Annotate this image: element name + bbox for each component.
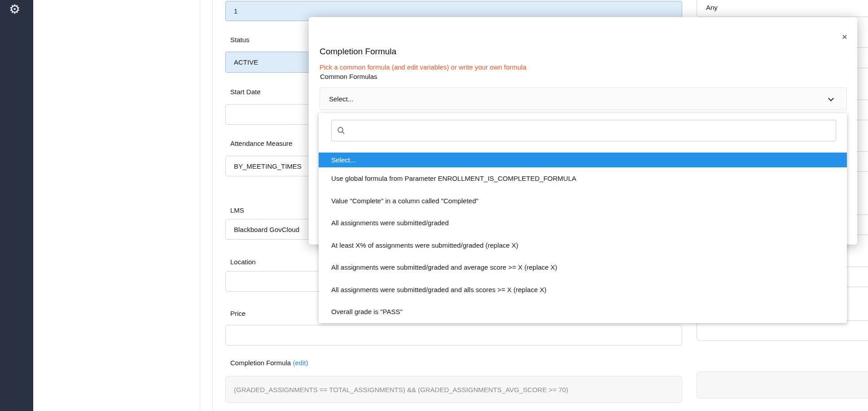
start-date-label: Start Date (230, 88, 261, 96)
attendance-measure-label: Attendance Measure (230, 140, 292, 147)
modal-subtitle: Pick a common formula (and edit variable… (320, 63, 526, 71)
formula-dropdown-panel: Select... Use global formula from Parame… (319, 113, 847, 323)
sidebar: ⚙ (0, 0, 33, 411)
gear-icon[interactable]: ⚙ (9, 2, 20, 17)
dropdown-option[interactable]: All assignments were submitted/graded (319, 212, 847, 234)
dropdown-search-input[interactable] (349, 127, 830, 135)
chevron-down-icon (828, 96, 834, 101)
any-select[interactable]: Any (697, 0, 868, 17)
dropdown-option[interactable]: All assignments were submitted/graded an… (319, 279, 847, 301)
dropdown-option[interactable]: At least X% of assignments were submitte… (319, 234, 847, 257)
common-formulas-select-value: Select... (329, 95, 353, 103)
gutter-divider-left (200, 0, 200, 411)
dropdown-option-list: Select... Use global formula from Parame… (319, 153, 847, 323)
common-formulas-label: Common Formulas (320, 73, 377, 80)
status-label: Status (230, 36, 250, 44)
location-label: Location (230, 258, 256, 266)
edit-link[interactable]: (edit) (293, 359, 308, 367)
dropdown-option[interactable]: All assignments were submitted/graded an… (319, 256, 847, 279)
close-icon[interactable]: × (842, 31, 847, 42)
right-price-input[interactable] (697, 320, 868, 341)
dropdown-search-box[interactable] (331, 120, 836, 141)
lms-label: LMS (230, 206, 244, 214)
dropdown-option-selected[interactable]: Select... (319, 153, 847, 167)
dropdown-option[interactable]: Overall grade is "PASS" (319, 301, 847, 323)
dropdown-option[interactable]: Use global formula from Parameter ENROLL… (319, 167, 847, 190)
dropdown-option[interactable]: Value "Complete" in a column called "Com… (319, 190, 847, 212)
modal-title: Completion Formula (320, 46, 396, 57)
price-label: Price (230, 310, 245, 317)
common-formulas-select[interactable]: Select... (320, 87, 847, 110)
price-input[interactable] (225, 325, 682, 345)
completion-formula-label: Completion Formula (edit) (230, 359, 308, 367)
completion-formula-textarea[interactable]: (GRADED_ASSIGNMENTS == TOTAL_ASSIGNMENTS… (225, 376, 682, 403)
right-formula-textarea[interactable] (697, 372, 868, 398)
completion-formula-label-text: Completion Formula (230, 359, 291, 367)
gutter-divider-right (212, 0, 213, 411)
search-icon (337, 127, 345, 135)
